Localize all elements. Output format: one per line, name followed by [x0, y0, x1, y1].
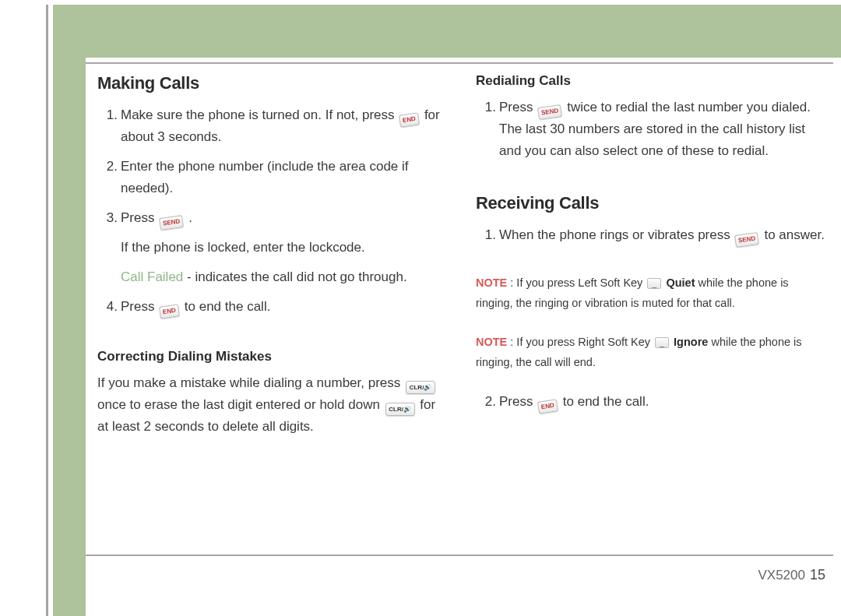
left-green-band [53, 5, 86, 616]
send-key-icon [537, 104, 562, 120]
text: When the phone rings or vibrates press [499, 227, 734, 242]
end-key-icon [159, 304, 180, 319]
manual-page: Making Calls 1. Make sure the phone is t… [0, 0, 841, 616]
clr-key-icon [406, 381, 435, 394]
text: Press [499, 394, 537, 409]
page-number: 15 [810, 567, 825, 583]
list-item: 1. When the phone rings or vibrates pres… [499, 224, 826, 246]
end-key-icon [537, 399, 558, 414]
heading-receiving-calls: Receiving Calls [476, 193, 826, 213]
list-item: 2. Enter the phone number (include the a… [121, 156, 448, 199]
text: to answer. [764, 227, 825, 242]
text: to end the call. [185, 299, 271, 314]
list-number: 3. [97, 207, 118, 229]
list-item: 1. Make sure the phone is turned on. If … [121, 104, 448, 148]
text: : If you press Left Soft Key [507, 276, 646, 289]
note-2: NOTE : If you press Right Soft Key Ignor… [476, 332, 826, 372]
model-label: VX5200 [758, 568, 805, 583]
text: - indicates the call did not go through. [183, 269, 406, 284]
right-soft-key-icon [655, 337, 669, 348]
left-soft-key-icon [647, 278, 661, 289]
text: Press [499, 100, 537, 114]
note-label: NOTE [476, 336, 507, 348]
call-failed-label: Call Failed [121, 269, 183, 284]
note-1: NOTE : If you press Left Soft Key Quiet … [476, 273, 826, 313]
ignore-label: Ignore [674, 336, 708, 348]
text: If you make a mistake while dialing a nu… [97, 375, 404, 390]
header-green-bar [86, 5, 841, 58]
content-area: Making Calls 1. Make sure the phone is t… [97, 73, 829, 438]
list-item: 4. Press to end the call. [121, 296, 448, 318]
clr-key-icon [385, 403, 415, 416]
locked-note: If the phone is locked, enter the lockco… [97, 237, 448, 259]
receiving-list-2: 2. Press to end the call. [476, 391, 826, 413]
list-number: 2. [97, 156, 118, 178]
left-column: Making Calls 1. Make sure the phone is t… [97, 73, 448, 438]
footer-page-number: VX520015 [758, 567, 825, 583]
quiet-label: Quiet [666, 276, 695, 289]
heading-correcting-mistakes: Correcting Dialing Mistakes [97, 349, 448, 364]
list-item: 3. Press . [121, 207, 448, 229]
send-key-icon [734, 232, 759, 248]
list-number: 1. [97, 104, 118, 126]
list-number: 1. [476, 97, 496, 118]
left-rule [46, 5, 48, 616]
receiving-list: 1. When the phone rings or vibrates pres… [476, 224, 826, 246]
list-item: 1. Press twice to redial the last number… [499, 97, 826, 162]
text: : If you press Right Soft Key [507, 336, 653, 348]
heading-making-calls: Making Calls [97, 73, 448, 93]
note-label: NOTE [476, 276, 507, 289]
call-failed-note: Call Failed - indicates the call did not… [97, 266, 448, 288]
text: Press [121, 210, 158, 225]
end-key-icon [399, 112, 420, 127]
correcting-paragraph: If you make a mistake while dialing a nu… [97, 372, 448, 438]
top-rule [86, 62, 833, 64]
list-number: 4. [97, 296, 118, 318]
bottom-rule [86, 554, 833, 556]
making-calls-list-2: 4. Press to end the call. [97, 296, 448, 318]
making-calls-list: 1. Make sure the phone is turned on. If … [97, 104, 448, 229]
heading-redialing: Redialing Calls [476, 73, 826, 89]
text: Make sure the phone is turned on. If not… [121, 107, 398, 122]
list-item: 2. Press to end the call. [499, 391, 826, 413]
text: Enter the phone number (include the area… [121, 159, 409, 195]
redialing-list: 1. Press twice to redial the last number… [476, 97, 826, 162]
text: once to erase the last digit entered or … [97, 397, 384, 412]
text: . [188, 210, 192, 225]
list-number: 1. [476, 224, 496, 246]
text: Press [121, 299, 158, 314]
list-number: 2. [476, 391, 496, 413]
text: to end the call. [563, 394, 649, 409]
right-column: Redialing Calls 1. Press twice to redial… [476, 73, 826, 438]
send-key-icon [159, 215, 184, 231]
